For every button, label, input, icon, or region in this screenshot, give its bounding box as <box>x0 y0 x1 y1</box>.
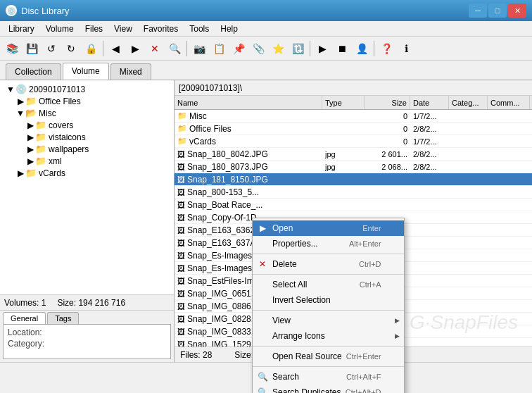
tree-toggle-vistaicons[interactable]: ▶ <box>25 132 35 142</box>
toolbar-btn-sync[interactable]: 🔃 <box>289 39 307 58</box>
main-area: ▼ 💿 200901071013 ▶ 📁 Office Files ▼ 📂 Mi… <box>0 80 532 362</box>
ctx-item-delete[interactable]: ✕DeleteCtrl+D <box>253 256 404 272</box>
file-row[interactable]: 🖼 Snap_180_8042.JPG jpg 2 601... 2/8/2..… <box>175 148 532 161</box>
toolbar-sep-2 <box>186 41 187 56</box>
ctx-label: Delete <box>272 259 297 269</box>
ctx-search-icon: 🔍 <box>257 371 268 382</box>
menu-bar: Library Volume Files View Favorites Tool… <box>0 21 532 37</box>
tree-toggle-misc[interactable]: ▼ <box>15 108 25 118</box>
ctx-item-view[interactable]: View <box>253 313 404 328</box>
menu-files[interactable]: Files <box>80 21 108 36</box>
tab-general[interactable]: General <box>3 312 46 324</box>
app-title: Disc Library <box>21 6 70 16</box>
tree-toggle-xml[interactable]: ▶ <box>25 156 35 166</box>
toolbar-btn-r1[interactable]: ↺ <box>42 39 61 58</box>
file-icon: 🖼 <box>177 264 185 273</box>
ctx-item-search-duplicates[interactable]: 🔍Search DuplicatesCtrl+Alt+D <box>253 385 404 393</box>
tree-toggle-covers[interactable]: ▶ <box>25 120 35 130</box>
ctx-item-open[interactable]: ▶OpenEnter <box>253 220 404 236</box>
file-row[interactable]: 🖼 Snap_181_8150.JPG <box>175 173 532 186</box>
toolbar-btn-lock[interactable]: 🔒 <box>82 39 100 58</box>
toolbar-btn-clipboard[interactable]: 📋 <box>210 39 228 58</box>
maximize-button[interactable]: □ <box>488 4 507 18</box>
toolbar-btn-back[interactable]: ◀ <box>106 39 125 58</box>
tab-tags[interactable]: Tags <box>47 312 79 324</box>
menu-library[interactable]: Library <box>3 21 40 36</box>
tree-item-xml[interactable]: ▶ 📁 xml <box>3 155 171 167</box>
menu-view[interactable]: View <box>108 21 138 36</box>
tree-item-wallpapers[interactable]: ▶ 📁 wallpapers <box>3 143 171 155</box>
tree-toggle-root[interactable]: ▼ <box>6 85 15 94</box>
toolbar-btn-search[interactable]: 🔍 <box>165 39 184 58</box>
ctx-item-select-all[interactable]: Select AllCtrl+A <box>253 277 404 292</box>
toolbar-btn-play[interactable]: ▶ <box>313 39 331 58</box>
ctx-item-arrange-icons[interactable]: Arrange Icons <box>253 328 404 344</box>
tree-item-vistaicons[interactable]: ▶ 📁 vistaicons <box>3 131 171 143</box>
menu-tools[interactable]: Tools <box>184 21 215 36</box>
file-row[interactable]: 📁 Misc 0 1/7/2... <box>175 110 532 123</box>
location-row: Location: <box>8 328 166 337</box>
tab-collection[interactable]: Collection <box>6 63 61 80</box>
file-icon: 🖼 <box>177 277 185 285</box>
tab-volume[interactable]: Volume <box>63 63 109 80</box>
tree-item-office[interactable]: ▶ 📁 Office Files <box>3 95 171 107</box>
file-row[interactable]: 🖼 Snap_Boat Race_... <box>175 199 532 211</box>
ctx-item-invert-selection[interactable]: Invert Selection <box>253 292 404 308</box>
tree-label-covers: covers <box>49 120 73 130</box>
location-label: Location: <box>8 328 50 337</box>
tree-item-vcards[interactable]: ▶ 📁 vCards <box>3 167 171 179</box>
toolbar-btn-camera[interactable]: 📷 <box>190 39 208 58</box>
ctx-shortcut: Ctrl+Alt+F <box>346 373 381 381</box>
ctx-search-icon: 🔍 <box>257 387 268 393</box>
toolbar-btn-stop[interactable]: ✕ <box>146 39 164 58</box>
toolbar: 📚 💾 ↺ ↻ 🔒 ◀ ▶ ✕ 🔍 📷 📋 📌 📎 ⭐ 🔃 ▶ ⏹ 👤 ❓ ℹ <box>0 37 532 61</box>
tree-area[interactable]: ▼ 💿 200901071013 ▶ 📁 Office Files ▼ 📂 Mi… <box>0 80 174 294</box>
category-label: Category: <box>8 339 50 349</box>
file-icon: 🖼 <box>177 302 185 311</box>
menu-help[interactable]: Help <box>215 21 243 36</box>
col-header-comm[interactable]: Comm... <box>488 96 530 109</box>
tree-label-wallpapers: wallpapers <box>49 144 89 154</box>
tree-item-covers[interactable]: ▶ 📁 covers <box>3 119 171 131</box>
tree-toggle-office[interactable]: ▶ <box>15 96 25 106</box>
ctx-item-properties...[interactable]: Properties...Alt+Enter <box>253 236 404 251</box>
tab-mixed[interactable]: Mixed <box>110 63 151 80</box>
toolbar-btn-save[interactable]: 💾 <box>23 39 41 58</box>
file-icon: 🖼 <box>177 289 185 298</box>
minimize-button[interactable]: ─ <box>469 4 487 18</box>
menu-volume[interactable]: Volume <box>40 21 80 36</box>
ctx-label: Select All <box>272 280 307 289</box>
col-header-size[interactable]: Size <box>365 96 410 109</box>
toolbar-btn-pin[interactable]: 📌 <box>229 39 248 58</box>
toolbar-btn-forward[interactable]: ▶ <box>126 39 144 58</box>
menu-favorites[interactable]: Favorites <box>138 21 184 36</box>
file-row[interactable]: 📁 Office Files 0 2/8/2... <box>175 123 532 135</box>
left-panel: ▼ 💿 200901071013 ▶ 📁 Office Files ▼ 📂 Mi… <box>0 80 175 362</box>
col-header-date[interactable]: Date <box>410 96 449 109</box>
toolbar-btn-r2[interactable]: ↻ <box>62 39 80 58</box>
cell-size: 0 <box>365 112 410 120</box>
toolbar-btn-attach[interactable]: 📎 <box>249 39 267 58</box>
toolbar-btn-help[interactable]: ❓ <box>377 39 395 58</box>
ctx-separator <box>253 254 404 254</box>
file-row[interactable]: 🖼 Snap_180_8073.JPG jpg 2 068... 2/8/2..… <box>175 161 532 173</box>
toolbar-btn-info[interactable]: ℹ <box>397 39 415 58</box>
close-button[interactable]: ✕ <box>508 4 526 18</box>
toolbar-btn-stop2[interactable]: ⏹ <box>333 39 351 58</box>
file-row[interactable]: 🖼 Snap_800-153_5... <box>175 186 532 199</box>
ctx-item-open-real-source[interactable]: Open Real SourceCtrl+Enter <box>253 349 404 364</box>
file-icon: 🖼 <box>177 239 185 247</box>
tree-toggle-wallpapers[interactable]: ▶ <box>25 144 35 154</box>
col-header-name[interactable]: Name <box>175 96 322 109</box>
tree-toggle-vcards[interactable]: ▶ <box>15 168 25 178</box>
tree-item-misc[interactable]: ▼ 📂 Misc <box>3 107 171 119</box>
toolbar-btn-star[interactable]: ⭐ <box>269 39 287 58</box>
ctx-shortcut: Ctrl+A <box>360 280 381 289</box>
col-header-cat[interactable]: Categ... <box>449 96 488 109</box>
toolbar-btn-library[interactable]: 📚 <box>3 39 21 58</box>
col-header-type[interactable]: Type <box>322 96 365 109</box>
file-row[interactable]: 📁 vCards 0 1/7/2... <box>175 135 532 148</box>
toolbar-btn-user[interactable]: 👤 <box>353 39 371 58</box>
tree-item-root[interactable]: ▼ 💿 200901071013 <box>3 83 171 95</box>
ctx-item-search[interactable]: 🔍SearchCtrl+Alt+F <box>253 369 404 385</box>
